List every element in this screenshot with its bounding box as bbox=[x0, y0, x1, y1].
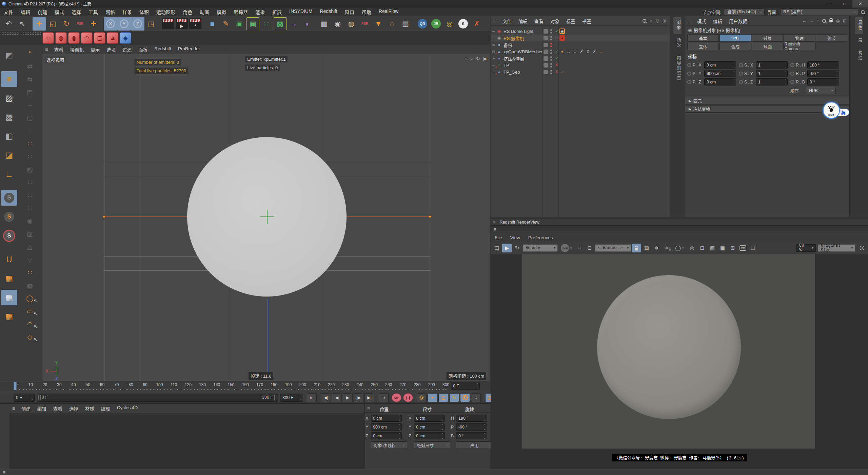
rv-dither-icon[interactable]: ∷ bbox=[575, 244, 584, 252]
object-manager-menu-item-3[interactable]: 对象 bbox=[547, 18, 563, 24]
menu-item-19[interactable]: 帮助 bbox=[358, 8, 375, 15]
maximize-button[interactable]: □ bbox=[837, 0, 852, 7]
anim-dot[interactable] bbox=[790, 72, 794, 76]
coord-menu-icon[interactable]: ≡ bbox=[364, 405, 373, 411]
viewport-menu-item-0[interactable]: 查看 bbox=[51, 46, 67, 53]
rv-settings-gear-icon[interactable] bbox=[857, 244, 867, 252]
spline-pen-icon[interactable]: ✎ bbox=[219, 17, 233, 31]
attr-tab-坐标[interactable]: 坐标 bbox=[719, 34, 751, 42]
menu-item-14[interactable]: 渲染 bbox=[252, 8, 269, 15]
goto-start-button[interactable]: ⇤ bbox=[307, 393, 317, 402]
xp-cross-tag[interactable]: ✗ bbox=[585, 49, 591, 54]
range-end-spinner[interactable]: 300 F bbox=[280, 394, 303, 402]
autokey-button[interactable]: ( ) bbox=[403, 393, 413, 402]
attr-input-P.Z[interactable]: 0 cm bbox=[704, 78, 736, 86]
key-rotation-button[interactable]: ↻ bbox=[449, 393, 459, 402]
xp-grid-tag[interactable]: ∷ bbox=[566, 49, 571, 54]
cloner-icon[interactable]: ∷ bbox=[260, 17, 273, 31]
model-mode-icon[interactable]: ■ bbox=[1, 71, 17, 87]
attr-lock-icon[interactable] bbox=[829, 20, 833, 22]
rv-channel-icon[interactable]: RGB ▾ bbox=[558, 244, 574, 252]
anim-dot[interactable] bbox=[739, 72, 743, 76]
menu-item-12[interactable]: 模拟 bbox=[213, 8, 230, 15]
minimize-button[interactable]: — bbox=[821, 0, 837, 7]
visibility-dots[interactable] bbox=[550, 70, 552, 74]
live-selection-icon[interactable]: ◯↖ bbox=[21, 292, 39, 304]
rv-circle-icon[interactable]: ◯ ▾ bbox=[672, 244, 687, 252]
menu-item-17[interactable]: Redshift bbox=[316, 8, 341, 15]
om-side-tab-0[interactable]: 对象 bbox=[673, 17, 682, 34]
node-space-select[interactable]: 当前 (Redshift) bbox=[724, 8, 765, 15]
rs-camera-icon[interactable]: ◉ bbox=[68, 32, 80, 44]
object-manager-menu-item-2[interactable]: 查看 bbox=[531, 18, 547, 24]
palette-grip[interactable] bbox=[21, 32, 41, 35]
snap-disabled-icon[interactable]: S bbox=[1, 190, 17, 206]
attr-tab-合成[interactable]: 合成 bbox=[719, 43, 751, 50]
attr-tab-基本[interactable]: 基本 bbox=[687, 34, 719, 42]
range-grip-right[interactable] bbox=[274, 395, 276, 400]
rv-region-icon[interactable]: ⊡ bbox=[697, 244, 707, 252]
key-scale-button[interactable]: ◱ bbox=[438, 393, 448, 402]
rs-camera-tag[interactable]: ● bbox=[559, 35, 565, 41]
material-menu-item-6[interactable]: Cycles 4D bbox=[114, 405, 141, 412]
point-mode-icon[interactable]: ▩ bbox=[1, 109, 17, 125]
qr-icon[interactable]: QR bbox=[416, 17, 429, 31]
enable-state[interactable]: ✓ bbox=[554, 49, 560, 54]
rv-pv-icon[interactable]: PV bbox=[738, 244, 748, 252]
rv-focus-icon[interactable]: ◎ bbox=[687, 244, 697, 252]
visibility-dots[interactable] bbox=[550, 56, 552, 61]
rv-crop-icon[interactable]: ⊡ bbox=[585, 244, 594, 252]
object-row-RS Dome Light[interactable]: ─◉RS Dome Light✓◉ bbox=[491, 28, 670, 35]
primitive-cube-icon[interactable]: ■ bbox=[205, 17, 219, 31]
cursor-icon[interactable]: ↖ bbox=[16, 17, 29, 31]
object-manager-menu-item-1[interactable]: 编辑 bbox=[515, 18, 531, 24]
apply-button[interactable]: 应用 bbox=[456, 441, 493, 449]
anim-dot[interactable] bbox=[739, 80, 743, 84]
rv-compare-icon[interactable]: ▨ bbox=[708, 244, 717, 252]
rs-volume-icon[interactable]: ≋ bbox=[107, 32, 118, 44]
rect-selection-icon[interactable]: ▭↖ bbox=[21, 305, 39, 317]
attr-input-P.X[interactable]: 0 cm bbox=[704, 61, 736, 69]
layer-toggle[interactable] bbox=[544, 36, 548, 40]
attr-up-icon[interactable]: ↑ bbox=[817, 18, 819, 23]
menu-item-3[interactable]: 模式 bbox=[51, 8, 68, 15]
palette-grip[interactable] bbox=[1, 32, 19, 35]
scale-tool-icon[interactable]: ◱ bbox=[46, 17, 60, 31]
xparticles-icon[interactable]: ✗ bbox=[470, 17, 484, 31]
menu-item-2[interactable]: 创建 bbox=[34, 8, 51, 15]
om-side-tab-2[interactable]: 内容浏览器 bbox=[673, 52, 682, 84]
layer-toggle[interactable] bbox=[544, 29, 548, 34]
menu-item-6[interactable]: 网格 bbox=[102, 8, 119, 15]
attr-input-R.P[interactable]: -90 ° bbox=[807, 70, 839, 77]
attr-input-P.Y[interactable]: 900 cm bbox=[704, 70, 736, 77]
key-settings-button[interactable] bbox=[417, 393, 427, 402]
anim-dot[interactable] bbox=[739, 63, 743, 67]
attr-input-S.X[interactable]: 1 bbox=[756, 61, 788, 69]
attr-new-icon[interactable]: ⊞ bbox=[843, 18, 847, 23]
attr-side-tab-2[interactable]: 构造 bbox=[855, 47, 863, 64]
next-key-button[interactable]: ▶| bbox=[364, 393, 374, 402]
enable-state[interactable]: ✗ bbox=[554, 70, 560, 74]
search-icon[interactable] bbox=[861, 10, 865, 14]
menu-item-15[interactable]: 扩展 bbox=[269, 8, 285, 15]
attribute-menu-item-2[interactable]: 用户数据 bbox=[726, 18, 751, 24]
range-grip-left[interactable] bbox=[38, 395, 41, 400]
viewport-menu-item-1[interactable]: 摄像机 bbox=[67, 46, 87, 53]
menu-item-20[interactable]: RealFlow bbox=[375, 8, 402, 15]
deformer-icon[interactable]: ◗ bbox=[300, 17, 314, 31]
plugin-jb-icon[interactable]: JB bbox=[429, 17, 443, 31]
om-add-icon[interactable]: ⊞ bbox=[663, 18, 666, 23]
drop-to-floor-icon[interactable]: ▼ bbox=[372, 17, 385, 31]
xp-cross-tag[interactable]: ✗ bbox=[579, 49, 584, 54]
object-row-TP[interactable]: ─∴aTP✗ bbox=[491, 62, 670, 69]
volume-icon[interactable]: ▩ bbox=[273, 17, 287, 31]
rv-snapshot-icon[interactable]: ▤ bbox=[492, 244, 501, 252]
menu-item-16[interactable]: INSYDIUM bbox=[285, 8, 316, 15]
material-menu-item-1[interactable]: 编辑 bbox=[34, 405, 50, 412]
menu-item-10[interactable]: 角色 bbox=[179, 8, 196, 15]
attribute-menu-item-0[interactable]: 模式 bbox=[694, 18, 710, 24]
menu-item-5[interactable]: 工具 bbox=[85, 8, 102, 15]
layer-toggle[interactable] bbox=[544, 63, 548, 68]
rs-dome-icon[interactable]: ◠ bbox=[81, 32, 93, 44]
make-editable-icon[interactable]: ◩ bbox=[1, 48, 17, 63]
